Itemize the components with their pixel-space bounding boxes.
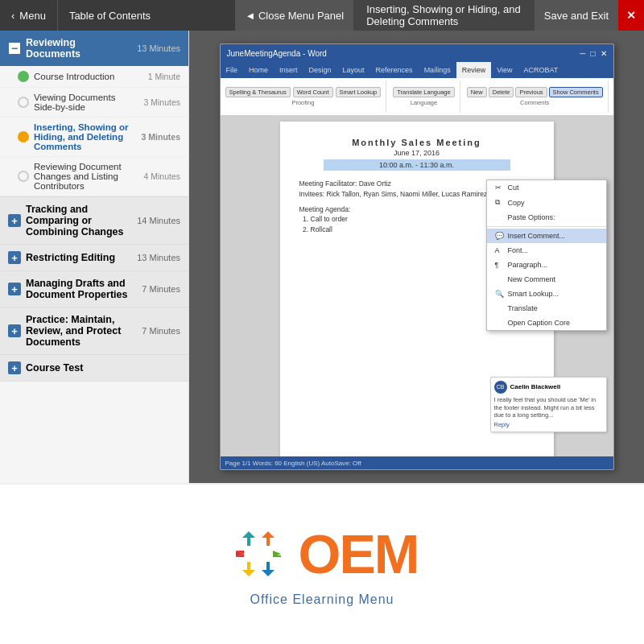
word-title-bar: JuneMeetingAgenda - Word ─ □ ✕ xyxy=(221,44,613,62)
ctx-font-label: Font... xyxy=(508,246,529,254)
sidebar-section-header-reviewing[interactable]: − Reviewing Documents 13 Minutes xyxy=(0,31,188,66)
close-menu-button[interactable]: ◄ Close Menu Panel xyxy=(235,0,353,31)
expand-managing-icon[interactable]: + xyxy=(8,283,21,295)
tracking-section-title: Tracking and Comparing or Combining Chan… xyxy=(26,204,132,237)
word-tab-design[interactable]: Design xyxy=(303,62,337,78)
oem-logo-icon xyxy=(226,522,291,586)
word-tab-mailings[interactable]: Mailings xyxy=(419,62,456,78)
sidebar-section-header-restricting[interactable]: + Restricting Editing 13 Minutes xyxy=(0,245,188,270)
close-menu-label: ◄ Close Menu Panel xyxy=(245,10,344,22)
logo-container: OEM Office Elearning Menu xyxy=(226,522,419,607)
collapse-reviewing-icon[interactable]: − xyxy=(8,42,21,55)
sidebar: − Reviewing Documents 13 Minutes Course … xyxy=(0,31,189,483)
status-icon-intro xyxy=(18,71,29,82)
comment-avatar: CB xyxy=(494,381,507,394)
oem-letters: OEM xyxy=(299,526,419,581)
inserting-label: Inserting, Showing or Hiding, and Deleti… xyxy=(34,122,137,151)
sidebar-section-header-tracking[interactable]: + Tracking and Comparing or Combining Ch… xyxy=(0,197,188,244)
translate-btn[interactable]: Translate Language xyxy=(393,87,454,97)
ctx-open-caption[interactable]: Open Caption Core xyxy=(487,316,606,330)
word-status-bar: Page 1/1 Words: 60 English (US) AutoSave… xyxy=(221,456,613,469)
course-intro-duration: 1 Minute xyxy=(148,72,180,81)
word-tab-insert[interactable]: Insert xyxy=(274,62,303,78)
sidebar-section-managing: + Managing Drafts and Document Propertie… xyxy=(0,271,188,308)
expand-tracking-icon[interactable]: + xyxy=(8,214,21,227)
sidebar-section-reviewing: − Reviewing Documents 13 Minutes Course … xyxy=(0,31,188,197)
ribbon-group-comments: New Delete Previous Show Comments Commen… xyxy=(467,80,609,113)
sidebar-item-viewing[interactable]: Viewing Documents Side-by-side 3 Minutes xyxy=(0,88,188,118)
word-ribbon-tabs: File Home Insert Design Layout Reference… xyxy=(221,62,613,78)
course-intro-label: Course Introduction xyxy=(34,72,143,81)
ctx-paste-options[interactable]: Paste Options: xyxy=(487,210,606,225)
sidebar-section-header-managing[interactable]: + Managing Drafts and Document Propertie… xyxy=(0,271,188,307)
sidebar-section-tracking: + Tracking and Comparing or Combining Ch… xyxy=(0,197,188,245)
word-close-btn[interactable]: ✕ xyxy=(601,49,607,58)
ctx-smart-lookup[interactable]: 🔍 Smart Lookup... xyxy=(487,287,606,301)
comment-author: Caelin Blackwell xyxy=(510,383,561,390)
ctx-font[interactable]: A Font... xyxy=(487,243,606,258)
language-label: Language xyxy=(411,99,437,106)
new-comment-btn[interactable]: New xyxy=(467,87,487,97)
sidebar-item-reviewing-changes[interactable]: Reviewing Document Changes and Listing C… xyxy=(0,157,188,196)
word-minimize-btn[interactable]: ─ xyxy=(580,49,585,58)
sidebar-item-inserting[interactable]: Inserting, Showing or Hiding, and Deleti… xyxy=(0,118,188,157)
close-button[interactable]: ✕ xyxy=(618,0,644,31)
reviewing-changes-label: Reviewing Document Changes and Listing C… xyxy=(34,162,138,191)
word-tab-home[interactable]: Home xyxy=(243,62,274,78)
doc-date: June 17, 2016 xyxy=(299,149,535,157)
word-window: JuneMeetingAgenda - Word ─ □ ✕ File Home… xyxy=(220,43,614,470)
ctx-copy[interactable]: ⧉ Copy xyxy=(487,195,606,210)
tracking-duration: 14 Minutes xyxy=(137,216,180,225)
smart-lookup-btn[interactable]: Smart Lookup xyxy=(336,87,382,97)
sidebar-section-header-practice[interactable]: + Practice: Maintain, Review, and Protec… xyxy=(0,308,188,354)
menu-button[interactable]: ‹ Menu xyxy=(0,0,58,31)
restricting-duration: 13 Minutes xyxy=(137,253,180,262)
delete-comment-btn[interactable]: Delete xyxy=(489,87,514,97)
word-tab-references[interactable]: References xyxy=(370,62,419,78)
word-tab-view[interactable]: View xyxy=(491,62,518,78)
word-tab-file[interactable]: File xyxy=(221,62,244,78)
status-icon-reviewing-changes xyxy=(18,171,29,182)
practice-section-title: Practice: Maintain, Review, and Protect … xyxy=(26,314,137,348)
proofing-label: Proofing xyxy=(291,99,314,106)
viewing-label: Viewing Documents Side-by-side xyxy=(34,93,138,112)
ctx-insert-comment[interactable]: 💬 Insert Comment... xyxy=(487,229,606,243)
ctx-translate[interactable]: Translate xyxy=(487,301,606,316)
word-tab-layout[interactable]: Layout xyxy=(337,62,370,78)
restricting-section-title: Restricting Editing xyxy=(26,252,132,263)
expand-practice-icon[interactable]: + xyxy=(8,324,21,337)
content-area: JuneMeetingAgenda - Word ─ □ ✕ File Home… xyxy=(189,31,644,483)
save-exit-button[interactable]: Save and Exit xyxy=(535,0,618,31)
status-icon-inserting xyxy=(18,131,29,142)
ctx-open-caption-label: Open Caption Core xyxy=(508,319,571,327)
spelling-btn[interactable]: Spelling & Thesaurus xyxy=(225,87,291,97)
ctx-new-comment[interactable]: New Comment xyxy=(487,272,606,287)
comment-reply-label[interactable]: Reply xyxy=(494,421,603,428)
main-layout: − Reviewing Documents 13 Minutes Course … xyxy=(0,31,644,483)
sidebar-section-coursetest: + Course Test xyxy=(0,355,188,382)
word-maximize-btn[interactable]: □ xyxy=(590,49,595,58)
inserting-duration: 3 Minutes xyxy=(142,132,180,142)
show-comments-btn[interactable]: Show Comments xyxy=(549,87,603,97)
top-navigation: ‹ Menu Table of Contents ◄ Close Menu Pa… xyxy=(0,0,644,31)
ctx-insert-comment-label: Insert Comment... xyxy=(508,232,566,240)
ctx-copy-label: Copy xyxy=(508,199,525,207)
ctx-separator-1 xyxy=(487,226,606,227)
ctx-paragraph[interactable]: ¶ Paragraph... xyxy=(487,258,606,272)
previous-comment-btn[interactable]: Previous xyxy=(515,87,547,97)
ctx-paste-label: Paste Options: xyxy=(508,213,555,221)
word-tab-review[interactable]: Review xyxy=(456,62,492,78)
comment-text: I really feel that you should use 'Me' i… xyxy=(494,396,603,419)
bottom-logo-section: OEM Office Elearning Menu xyxy=(0,483,644,644)
ctx-cut[interactable]: ✂ Cut xyxy=(487,180,606,195)
sidebar-section-header-coursetest[interactable]: + Course Test xyxy=(0,355,188,381)
comment-header: CB Caelin Blackwell xyxy=(494,381,603,394)
sidebar-item-course-intro[interactable]: Course Introduction 1 Minute xyxy=(0,66,188,88)
expand-coursetest-icon[interactable]: + xyxy=(8,361,21,374)
comments-label: Comments xyxy=(520,99,549,106)
word-count-btn[interactable]: Word Count xyxy=(293,87,333,97)
expand-restricting-icon[interactable]: + xyxy=(8,251,21,264)
word-ribbon-tools: Spelling & Thesaurus Word Count Smart Lo… xyxy=(221,78,613,115)
word-tab-acrobat[interactable]: ACROBAT xyxy=(518,62,564,78)
ctx-translate-label: Translate xyxy=(508,304,538,312)
